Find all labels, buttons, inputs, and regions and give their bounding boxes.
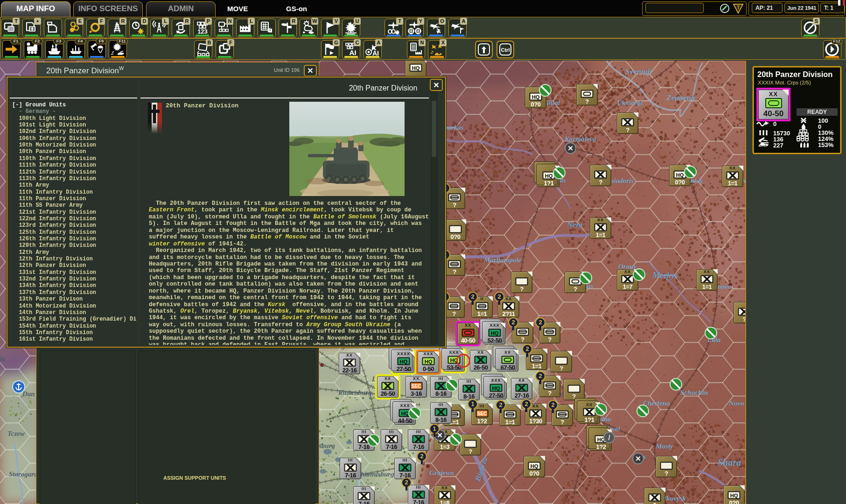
svg-text:123: 123 [197, 28, 208, 35]
svg-text:T: T [737, 5, 740, 10]
svg-text:AI: AI [350, 49, 357, 56]
